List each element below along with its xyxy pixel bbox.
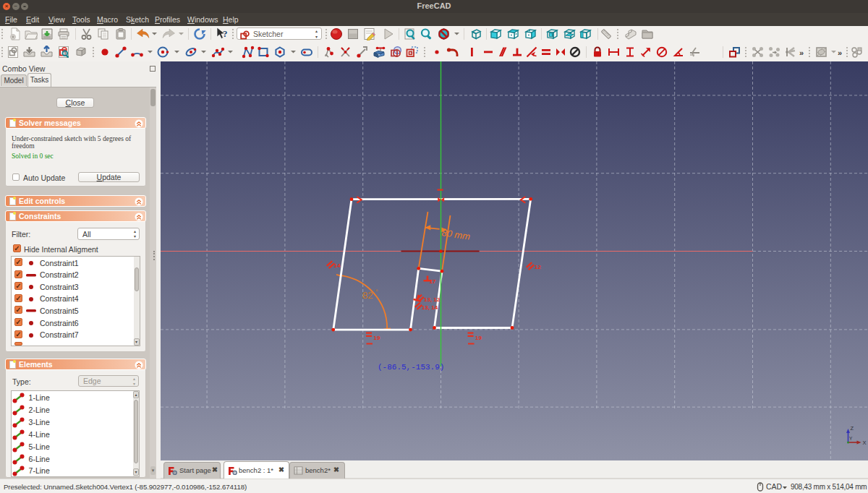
svg-text:19: 19 xyxy=(374,335,380,341)
svg-text:°: ° xyxy=(375,288,378,296)
svg-text:12: 12 xyxy=(535,264,541,270)
svg-text:X: X xyxy=(863,440,867,446)
svg-text:Z: Z xyxy=(851,425,854,432)
svg-text:82: 82 xyxy=(362,290,373,301)
svg-text:Y: Y xyxy=(849,436,853,441)
svg-text:13, 14: 13, 14 xyxy=(422,304,438,311)
svg-text:?: ? xyxy=(223,28,228,39)
svg-text:13, 12: 13, 12 xyxy=(424,296,441,303)
svg-text:19: 19 xyxy=(475,335,482,341)
svg-text:14: 14 xyxy=(334,262,341,269)
svg-text:17: 17 xyxy=(430,278,436,285)
svg-text:(-86.5,-153.9): (-86.5,-153.9) xyxy=(378,363,444,372)
